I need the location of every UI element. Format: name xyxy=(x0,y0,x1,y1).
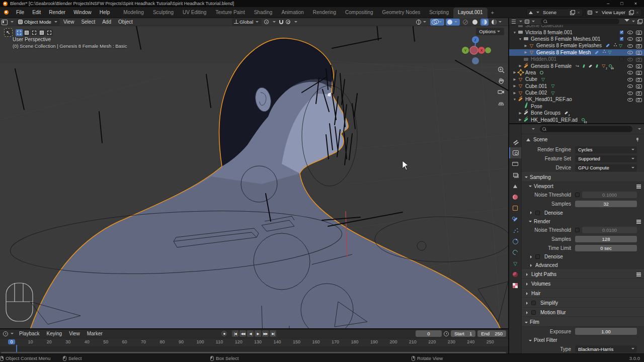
view-layer-selector[interactable]: View Layer × xyxy=(585,9,642,17)
select-mode-extend-button[interactable] xyxy=(23,29,30,36)
disable-in-renders-icon[interactable] xyxy=(635,43,642,49)
simplify-section-header[interactable]: Simplify xyxy=(522,298,644,308)
active-tool-select-button[interactable]: ↖ xyxy=(4,28,13,37)
remove-view-layer-icon[interactable]: × xyxy=(635,10,640,15)
shading-solid-button[interactable] xyxy=(471,19,479,26)
render-denoise-header[interactable]: Denoise xyxy=(522,252,644,261)
auto-keying-button[interactable] xyxy=(221,331,227,336)
viewport-menu-item[interactable]: Select xyxy=(77,18,99,26)
expander-icon[interactable] xyxy=(512,91,517,95)
properties-tab[interactable] xyxy=(509,203,521,214)
outliner-row[interactable]: Hidden.001 xyxy=(509,56,644,62)
properties-tab[interactable] xyxy=(509,180,521,192)
hide-in-viewport-icon[interactable] xyxy=(627,56,633,62)
select-mode-intersect-button[interactable] xyxy=(46,29,53,36)
expander-icon[interactable] xyxy=(512,70,517,74)
outliner-search-input[interactable] xyxy=(541,19,619,24)
hide-in-viewport-icon[interactable] xyxy=(627,97,633,103)
disable-in-renders-icon[interactable] xyxy=(635,63,642,69)
mode-dropdown[interactable]: Object Mode xyxy=(17,19,60,26)
disable-in-renders-icon[interactable] xyxy=(635,29,642,35)
expander-icon[interactable] xyxy=(512,84,517,88)
outliner-row[interactable]: Cube.001 xyxy=(509,83,644,89)
collection-checkbox[interactable] xyxy=(619,30,624,35)
workspace-tab[interactable]: Layout.001 xyxy=(453,8,488,18)
outliner-row[interactable]: Cube.002 xyxy=(509,89,644,96)
presets-menu-icon[interactable] xyxy=(636,220,641,221)
disable-in-renders-icon[interactable] xyxy=(635,90,642,96)
gizmo-z-neg-axis[interactable] xyxy=(472,57,479,64)
viewport-menu-item[interactable]: View xyxy=(60,18,78,26)
zoom-tool-icon[interactable] xyxy=(497,66,505,74)
current-frame-field[interactable]: 0 xyxy=(416,330,442,337)
shading-material-button[interactable] xyxy=(480,19,489,26)
editor-type-icon[interactable] xyxy=(511,19,517,24)
render-subsection-header[interactable]: Render xyxy=(522,217,644,226)
workspace-tab[interactable]: Geometry Nodes xyxy=(378,8,425,18)
outliner-row[interactable]: Genesis 8 Female 299 xyxy=(509,62,644,69)
use-preview-range-icon[interactable] xyxy=(444,331,449,336)
timeline-menu-item[interactable]: Playback xyxy=(16,329,43,338)
outliner-row[interactable]: Area xyxy=(509,69,644,76)
hide-in-viewport-icon[interactable] xyxy=(627,83,633,89)
disable-in-renders-icon[interactable] xyxy=(635,76,642,82)
timeline-track[interactable] xyxy=(0,346,508,351)
xray-toggle[interactable] xyxy=(446,19,460,26)
pin-icon[interactable] xyxy=(635,137,640,142)
disable-in-renders-icon[interactable] xyxy=(635,49,642,55)
close-button[interactable]: × xyxy=(634,1,637,6)
workspace-tab[interactable]: Scripting xyxy=(425,8,453,18)
outliner-row[interactable]: Genesis 8 Female Eyelashes xyxy=(509,42,644,49)
disable-in-renders-icon[interactable] xyxy=(635,69,642,75)
properties-tab[interactable] xyxy=(509,136,521,147)
shading-wireframe-button[interactable] xyxy=(461,19,469,26)
maximize-button[interactable]: □ xyxy=(620,1,623,6)
show-overlays-toggle[interactable] xyxy=(430,19,444,26)
jump-to-start-button[interactable]: |◀ xyxy=(232,330,238,337)
hide-in-viewport-icon[interactable] xyxy=(627,43,633,49)
snap-magnet-icon[interactable] xyxy=(279,20,283,24)
play-button[interactable]: ▶ xyxy=(255,330,261,337)
editor-divider[interactable] xyxy=(509,123,644,124)
blender-menu-icon[interactable] xyxy=(4,10,9,15)
presets-menu-icon[interactable] xyxy=(636,273,641,274)
expander-icon[interactable] xyxy=(518,111,523,115)
pan-tool-icon[interactable] xyxy=(497,77,505,85)
editor-type-icon[interactable] xyxy=(1,19,8,25)
navigation-gizmo[interactable]: Z Y X xyxy=(459,33,492,65)
expander-icon[interactable] xyxy=(512,77,517,81)
show-gizmo-toggle[interactable] xyxy=(415,19,429,26)
new-view-layer-icon[interactable] xyxy=(628,10,633,15)
proportional-editing-icon[interactable] xyxy=(286,20,290,24)
properties-tab[interactable] xyxy=(509,158,521,169)
expander-icon[interactable] xyxy=(518,64,523,68)
feature-set-dropdown[interactable]: Supported xyxy=(575,155,637,162)
menu-item[interactable]: Help xyxy=(96,7,114,18)
transform-orientation-dropdown[interactable]: Global xyxy=(232,19,262,26)
outliner-row[interactable]: Victoria 8 female.001 xyxy=(509,29,644,35)
disable-in-renders-icon[interactable] xyxy=(635,36,642,42)
timeline-ruler[interactable]: 0102030405060708090100110120130140150160… xyxy=(0,338,508,346)
outliner-row[interactable]: Pose xyxy=(509,103,644,110)
simplify-checkbox[interactable] xyxy=(531,301,536,305)
disable-in-renders-icon[interactable] xyxy=(635,97,642,103)
expander-icon[interactable] xyxy=(523,50,528,54)
properties-tab[interactable] xyxy=(509,258,521,269)
exposure-field[interactable]: 1.00 xyxy=(575,328,637,335)
hide-in-viewport-icon[interactable] xyxy=(627,69,633,75)
denoise-checkbox[interactable] xyxy=(535,254,540,259)
display-mode-icon[interactable] xyxy=(524,19,529,24)
next-keyframe-button[interactable]: ▶▶ xyxy=(262,330,269,337)
workspace-tab[interactable]: Modeling xyxy=(119,8,148,18)
render-engine-dropdown[interactable]: Cycles xyxy=(575,146,637,153)
hair-section-header[interactable]: Hair xyxy=(522,289,644,298)
add-workspace-button[interactable]: + xyxy=(488,10,498,16)
properties-tab[interactable] xyxy=(509,169,521,180)
workspace-tab[interactable]: Animation xyxy=(277,8,308,18)
outliner-row[interactable]: Cube xyxy=(509,76,644,82)
hide-in-viewport-icon[interactable] xyxy=(627,76,633,82)
motion-blur-section-header[interactable]: Motion Blur xyxy=(522,308,644,317)
hide-in-viewport-icon[interactable] xyxy=(627,36,633,42)
expander-icon[interactable] xyxy=(512,98,517,101)
select-mode-new-button[interactable] xyxy=(16,29,23,36)
